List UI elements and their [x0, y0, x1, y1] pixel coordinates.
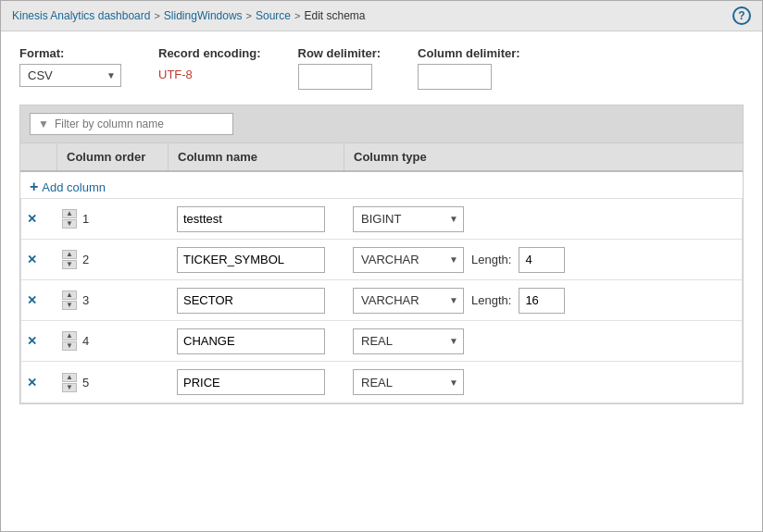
row-2-type-cell: BIGINT VARCHAR REAL INTEGER DOUBLE ▼ Len…	[345, 243, 742, 277]
row-2-type-wrapper: BIGINT VARCHAR REAL INTEGER DOUBLE ▼	[353, 247, 464, 273]
row-2-order-cell: ▲ ▼ 2	[58, 250, 169, 269]
row-2-order-controls: ▲ ▼	[62, 250, 77, 269]
breadcrumb-item-dashboard[interactable]: Kinesis Analytics dashboard	[12, 9, 150, 22]
table-row: ✕ ▲ ▼ 5 BIG	[21, 362, 742, 402]
row-5-order-controls: ▲ ▼	[62, 373, 77, 392]
row-4-delete-col: ✕	[21, 335, 58, 347]
row-2-length-label: Length:	[471, 253, 511, 266]
row-2-number: 2	[82, 253, 89, 266]
row-1-name-input[interactable]	[177, 206, 325, 232]
row-5-type-cell: BIGINT VARCHAR REAL INTEGER DOUBLE ▼	[345, 365, 742, 399]
row-4-delete-button[interactable]: ✕	[27, 335, 37, 347]
row-1-down-button[interactable]: ▼	[62, 219, 77, 229]
col-delimiter-label: Column delimiter:	[418, 46, 520, 60]
row-1-type-select[interactable]: BIGINT VARCHAR REAL INTEGER DOUBLE	[353, 206, 464, 232]
row-4-type-select[interactable]: BIGINT VARCHAR REAL INTEGER DOUBLE	[353, 328, 464, 354]
th-column-order: Column order	[57, 143, 169, 170]
row-3-name-input[interactable]	[177, 288, 325, 314]
breadcrumb-item-sliding[interactable]: SlidingWindows	[164, 9, 243, 22]
row-4-type-cell: BIGINT VARCHAR REAL INTEGER DOUBLE ▼	[345, 325, 742, 358]
filter-bar: ▼	[20, 105, 743, 142]
col-delimiter-group: Column delimiter:	[418, 46, 520, 90]
form-row: Format: CSV JSON ▼ Record encoding: UTF-…	[19, 46, 744, 90]
row-2-name-cell	[169, 243, 345, 277]
breadcrumb-sep-2: >	[246, 10, 252, 21]
breadcrumb-item-source[interactable]: Source	[256, 9, 291, 22]
row-4-name-input[interactable]	[177, 328, 325, 354]
table-row: ✕ ▲ ▼ 3 BIG	[21, 280, 742, 321]
row-2-delete-col: ✕	[21, 254, 58, 266]
add-column-label: Add column	[42, 180, 106, 194]
row-1-delete-button[interactable]: ✕	[27, 213, 37, 225]
col-delimiter-input[interactable]	[418, 64, 492, 90]
row-2-type-select[interactable]: BIGINT VARCHAR REAL INTEGER DOUBLE	[353, 247, 464, 273]
row-3-name-cell	[169, 284, 345, 317]
schema-table: ▼ Column order Column name Column type +…	[19, 105, 744, 404]
row-5-type-select[interactable]: BIGINT VARCHAR REAL INTEGER DOUBLE	[353, 369, 464, 395]
format-label: Format:	[19, 46, 121, 60]
row-2-down-button[interactable]: ▼	[62, 260, 77, 269]
row-3-length-label: Length:	[471, 293, 511, 307]
row-3-up-button[interactable]: ▲	[62, 291, 77, 300]
table-row: ✕ ▲ ▼ 2 BIG	[21, 240, 742, 280]
row-5-delete-col: ✕	[21, 377, 58, 389]
row-1-type-cell: BIGINT VARCHAR REAL INTEGER DOUBLE ▼	[345, 203, 742, 236]
row-2-up-button[interactable]: ▲	[62, 250, 77, 259]
row-3-down-button[interactable]: ▼	[62, 301, 77, 310]
row-1-order-cell: ▲ ▼ 1	[58, 209, 169, 229]
format-group: Format: CSV JSON ▼	[19, 46, 121, 87]
row-4-number: 4	[82, 334, 89, 348]
row-delimiter-input[interactable]	[298, 64, 372, 90]
row-1-up-button[interactable]: ▲	[62, 209, 77, 218]
row-1-order-controls: ▲ ▼	[62, 209, 77, 229]
format-select[interactable]: CSV JSON	[19, 64, 121, 87]
row-4-type-wrapper: BIGINT VARCHAR REAL INTEGER DOUBLE ▼	[353, 328, 464, 354]
breadcrumb-sep-1: >	[154, 10, 159, 21]
breadcrumb-bar: Kinesis Analytics dashboard > SlidingWin…	[1, 1, 762, 31]
add-column-button[interactable]: + Add column	[20, 172, 743, 199]
row-4-order-cell: ▲ ▼ 4	[58, 331, 169, 351]
row-5-delete-button[interactable]: ✕	[27, 377, 37, 389]
row-5-type-wrapper: BIGINT VARCHAR REAL INTEGER DOUBLE ▼	[353, 369, 464, 395]
data-rows: ✕ ▲ ▼ 1 BIG	[20, 199, 743, 403]
encoding-label: Record encoding:	[158, 46, 261, 60]
row-5-order-cell: ▲ ▼ 5	[58, 373, 169, 392]
breadcrumb-sep-3: >	[294, 10, 300, 21]
content-area: Format: CSV JSON ▼ Record encoding: UTF-…	[1, 31, 762, 531]
row-3-length-input[interactable]	[519, 288, 565, 314]
row-3-type-select[interactable]: BIGINT VARCHAR REAL INTEGER DOUBLE	[353, 288, 464, 314]
filter-wrapper: ▼	[30, 113, 233, 135]
th-column-type: Column type	[344, 143, 743, 170]
row-5-down-button[interactable]: ▼	[62, 383, 77, 392]
row-2-length-input[interactable]	[519, 247, 565, 273]
breadcrumb: Kinesis Analytics dashboard > SlidingWin…	[12, 9, 366, 22]
row-3-order-controls: ▲ ▼	[62, 291, 77, 310]
row-3-type-cell: BIGINT VARCHAR REAL INTEGER DOUBLE ▼ Len…	[345, 284, 742, 317]
row-2-name-input[interactable]	[177, 247, 325, 273]
row-4-down-button[interactable]: ▼	[62, 341, 77, 351]
row-3-number: 3	[82, 293, 89, 307]
row-5-name-input[interactable]	[177, 369, 325, 395]
row-3-delete-button[interactable]: ✕	[27, 294, 37, 306]
format-select-wrapper: CSV JSON ▼	[19, 64, 121, 87]
th-column-name: Column name	[169, 143, 344, 170]
row-2-delete-button[interactable]: ✕	[27, 254, 37, 266]
row-1-type-wrapper: BIGINT VARCHAR REAL INTEGER DOUBLE ▼	[353, 206, 464, 232]
row-delimiter-label: Row delimiter:	[298, 46, 382, 60]
breadcrumb-item-current: Edit schema	[304, 9, 365, 22]
main-window: Kinesis Analytics dashboard > SlidingWin…	[0, 0, 763, 532]
row-5-up-button[interactable]: ▲	[62, 373, 77, 382]
row-4-up-button[interactable]: ▲	[62, 331, 77, 340]
plus-icon: +	[30, 179, 38, 194]
row-3-order-cell: ▲ ▼ 3	[58, 291, 169, 310]
filter-icon: ▼	[38, 118, 49, 130]
row-1-delete-col: ✕	[21, 213, 58, 225]
encoding-value: UTF-8	[158, 64, 261, 85]
row-5-number: 5	[82, 376, 89, 390]
help-button[interactable]: ?	[732, 6, 751, 25]
row-4-name-cell	[169, 325, 345, 358]
row-3-type-wrapper: BIGINT VARCHAR REAL INTEGER DOUBLE ▼	[353, 288, 464, 314]
row-1-number: 1	[82, 212, 89, 226]
filter-input[interactable]	[55, 118, 221, 130]
table-row: ✕ ▲ ▼ 1 BIG	[21, 199, 742, 240]
